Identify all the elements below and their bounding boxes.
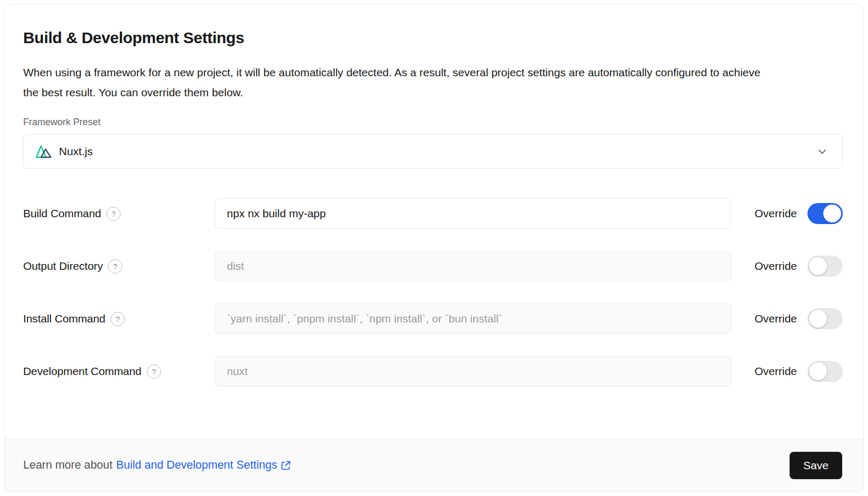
nuxt-logo-icon — [35, 145, 52, 159]
framework-preset-label: Framework Preset — [23, 116, 843, 128]
override-label: Override — [754, 207, 797, 220]
chevron-down-icon — [816, 145, 829, 158]
learn-more-prefix: Learn more about — [23, 459, 113, 472]
development-command-input — [215, 356, 731, 387]
build-command-input[interactable] — [215, 198, 731, 229]
build-command-row: Build Command ? Override — [23, 198, 843, 229]
install-command-input — [215, 303, 731, 334]
toggle-knob — [809, 362, 827, 380]
development-command-row: Development Command ? Override — [23, 356, 843, 387]
install-command-override-toggle[interactable] — [807, 308, 843, 329]
page-title: Build & Development Settings — [23, 28, 843, 48]
section-description: When using a framework for a new project… — [23, 63, 776, 103]
override-label: Override — [754, 260, 797, 272]
settings-rows: Build Command ? Override Output Director… — [23, 198, 843, 387]
output-directory-label: Output Directory — [23, 260, 103, 272]
external-link-icon — [280, 460, 292, 471]
card-footer: Learn more about Build and Development S… — [5, 439, 863, 491]
card-main: Build & Development Settings When using … — [5, 5, 863, 387]
development-command-label: Development Command — [23, 365, 142, 378]
install-command-label: Install Command — [23, 312, 105, 325]
framework-preset-select[interactable]: Nuxt.js — [23, 134, 843, 169]
save-button[interactable]: Save — [790, 452, 842, 479]
help-icon[interactable]: ? — [106, 207, 121, 221]
output-directory-row: Output Directory ? Override — [23, 251, 843, 281]
install-command-row: Install Command ? Override — [23, 303, 843, 334]
help-icon[interactable]: ? — [147, 365, 161, 379]
help-icon[interactable]: ? — [108, 259, 122, 274]
build-command-label: Build Command — [23, 207, 101, 220]
toggle-knob — [809, 310, 827, 328]
build-command-override-toggle[interactable] — [807, 203, 843, 224]
build-dev-settings-docs-link[interactable]: Build and Development Settings — [116, 459, 292, 472]
toggle-knob — [809, 257, 827, 275]
override-label: Override — [754, 312, 797, 325]
development-command-override-toggle[interactable] — [807, 361, 843, 382]
help-icon[interactable]: ? — [111, 312, 125, 326]
override-label: Override — [754, 365, 797, 378]
toggle-knob — [823, 205, 841, 222]
learn-more-text: Learn more about Build and Development S… — [23, 459, 292, 472]
output-directory-override-toggle[interactable] — [807, 256, 843, 277]
build-dev-settings-card: Build & Development Settings When using … — [4, 4, 864, 492]
framework-preset-value: Nuxt.js — [59, 145, 93, 158]
output-directory-input — [215, 251, 731, 281]
